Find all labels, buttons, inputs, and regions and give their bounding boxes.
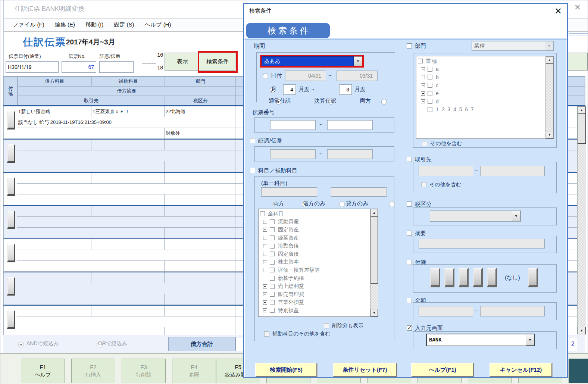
tree-item-checkbox[interactable] xyxy=(270,276,275,281)
tree-item[interactable]: a xyxy=(416,65,545,74)
tree-item[interactable]: 全科目 xyxy=(259,210,370,218)
tax-checkbox[interactable] xyxy=(407,202,412,207)
expand-plus-icon[interactable] xyxy=(421,99,425,103)
single-account-input1[interactable] xyxy=(261,187,317,197)
tax-class-cell[interactable]: 対象外 xyxy=(165,128,235,139)
chevron-down-icon[interactable]: ▼ xyxy=(512,211,520,221)
partner-cell[interactable] xyxy=(17,161,165,172)
tree-item[interactable]: 流動負債 xyxy=(259,242,370,250)
scroll-down-icon[interactable]: ▼ xyxy=(370,309,378,316)
expand-plus-icon[interactable] xyxy=(263,228,267,232)
fusen-cell[interactable] xyxy=(3,173,17,205)
tree-item[interactable]: 繰延資産 xyxy=(259,234,370,242)
fkey-dark-button[interactable] xyxy=(569,359,588,383)
tax-combobox[interactable]: ▼ xyxy=(430,210,521,222)
department-cell[interactable] xyxy=(165,239,235,250)
sub-account-cell[interactable]: 1三菱東京ＵＦＪ xyxy=(91,106,165,117)
fusen-flag-none-icon[interactable] xyxy=(528,268,538,287)
tree-item-checkbox[interactable] xyxy=(270,284,275,289)
fusen-flag-icon[interactable] xyxy=(444,268,454,287)
scroll-up-icon[interactable]: ▲ xyxy=(370,209,378,216)
show-deleted-checkbox[interactable] xyxy=(324,323,329,328)
tree-item-checkbox[interactable] xyxy=(428,99,432,104)
tax-class-cell[interactable] xyxy=(165,228,235,238)
tree-item-checkbox[interactable] xyxy=(270,227,275,232)
fusen-cell[interactable] xyxy=(3,306,17,338)
department-cell[interactable] xyxy=(165,173,235,184)
function-key-button[interactable]: F2 行挿入 xyxy=(71,359,115,383)
dialog-action-button[interactable]: キャンセル(F12) xyxy=(490,363,552,377)
scrollbar-thumb[interactable] xyxy=(578,114,586,144)
tree-item[interactable]: 流動資産 xyxy=(259,218,370,226)
tree-item-checkbox[interactable] xyxy=(428,75,432,79)
fusen-flag-icon[interactable] xyxy=(473,268,483,287)
partner-include-other-checkbox[interactable] xyxy=(421,182,426,187)
both-journal-radio[interactable] xyxy=(381,99,387,104)
expand-plus-icon[interactable] xyxy=(421,67,425,71)
fusen-cell[interactable] xyxy=(3,106,17,139)
month-to-input[interactable]: 3 xyxy=(339,84,352,95)
show-button[interactable]: 表示 xyxy=(165,53,200,70)
expand-plus-icon[interactable] xyxy=(263,268,267,272)
department-cell[interactable] xyxy=(165,140,235,150)
fusen-cell[interactable] xyxy=(3,140,17,172)
debit-only-radio[interactable] xyxy=(339,202,345,207)
scroll-up-icon[interactable]: ▲ xyxy=(578,106,586,114)
tree-item[interactable]: 販売管理費 xyxy=(259,290,370,299)
expand-plus-icon[interactable] xyxy=(421,91,425,96)
tree-item-checkbox[interactable] xyxy=(270,292,275,297)
expand-plus-icon[interactable] xyxy=(263,220,267,224)
tax-class-cell[interactable] xyxy=(165,161,235,172)
expand-plus-icon[interactable] xyxy=(263,236,267,240)
dialog-action-button[interactable]: 条件リセット(F7) xyxy=(333,363,397,377)
expand-plus-icon[interactable] xyxy=(421,75,425,79)
tree-item-checkbox[interactable] xyxy=(270,235,275,240)
amount-from-input[interactable] xyxy=(419,306,473,316)
chevron-down-icon[interactable]: ▼ xyxy=(526,334,534,346)
dept-tree-scrollbar[interactable]: ▲ ▼ xyxy=(545,56,553,138)
tree-item-checkbox[interactable] xyxy=(428,91,432,96)
source-screen-checkbox[interactable]: ✓ xyxy=(407,325,412,331)
slipno-to-input[interactable] xyxy=(327,120,373,130)
evidence-to-input[interactable] xyxy=(327,149,373,159)
tree-item-checkbox[interactable] xyxy=(270,244,275,249)
tree-item[interactable]: 業種 xyxy=(416,57,545,65)
account-tree-scrollbar[interactable]: ▲ ▼ xyxy=(370,209,378,316)
period-preset-combobox[interactable]: あああ ▼ xyxy=(260,55,364,68)
tree-item-checkbox[interactable] xyxy=(270,260,275,265)
tree-item-checkbox[interactable] xyxy=(270,219,275,224)
tax-class-cell[interactable] xyxy=(165,294,235,305)
memo-cell[interactable] xyxy=(17,217,235,228)
debit-account-cell[interactable]: 1新しい預金略 xyxy=(17,106,91,117)
slip-date-input[interactable]: H30/11/19 xyxy=(6,61,59,73)
menu-item[interactable]: 編集 (E) xyxy=(50,20,79,30)
menu-item[interactable]: 設定 (S) xyxy=(109,20,138,30)
slip-no-input[interactable]: 67 xyxy=(62,61,96,73)
tree-item[interactable]: 1 2 3 4 5 6 7 xyxy=(416,106,545,114)
tree-item[interactable]: e xyxy=(416,89,545,97)
fusen-flag-icon[interactable] xyxy=(430,268,440,287)
tree-item-checkbox[interactable] xyxy=(270,300,275,305)
tree-item[interactable]: 新株予約権 xyxy=(259,274,370,282)
sub-account-cell[interactable] xyxy=(91,272,165,283)
fusen-checkbox[interactable] xyxy=(407,260,412,265)
evidence-no-input[interactable] xyxy=(99,61,134,73)
memo-cell[interactable] xyxy=(17,250,235,261)
memo-cell[interactable] xyxy=(17,150,235,161)
tree-item[interactable]: c xyxy=(416,81,545,90)
expand-plus-icon[interactable] xyxy=(263,308,267,312)
debit-account-cell[interactable] xyxy=(17,272,91,283)
scroll-down-icon[interactable]: ▼ xyxy=(546,131,553,138)
scroll-down-icon[interactable]: ▼ xyxy=(578,327,586,334)
tax-class-cell[interactable] xyxy=(165,261,235,272)
memo-cell[interactable] xyxy=(17,184,235,194)
debit-account-cell[interactable] xyxy=(17,239,91,250)
memo-input[interactable] xyxy=(419,239,545,249)
month-from-input[interactable]: 4 xyxy=(283,84,296,95)
tree-item[interactable]: 特別損益 xyxy=(259,306,370,315)
fusen-flag-icon[interactable] xyxy=(459,268,469,287)
scrollbar-track[interactable] xyxy=(370,284,378,309)
expand-plus-icon[interactable] xyxy=(263,300,267,305)
dept-type-combobox[interactable]: 業種 ▼ xyxy=(472,41,554,51)
tree-item[interactable]: 株主資本 xyxy=(259,258,370,266)
